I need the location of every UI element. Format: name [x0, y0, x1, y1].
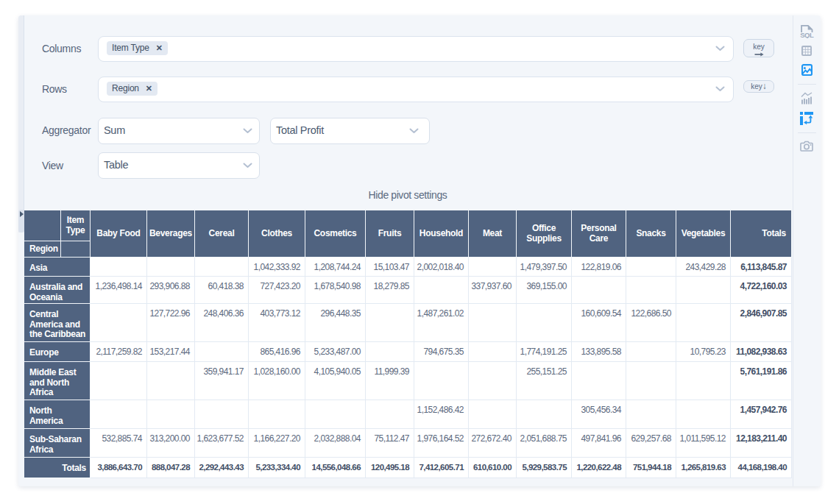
- svg-text:SQL: SQL: [800, 31, 814, 38]
